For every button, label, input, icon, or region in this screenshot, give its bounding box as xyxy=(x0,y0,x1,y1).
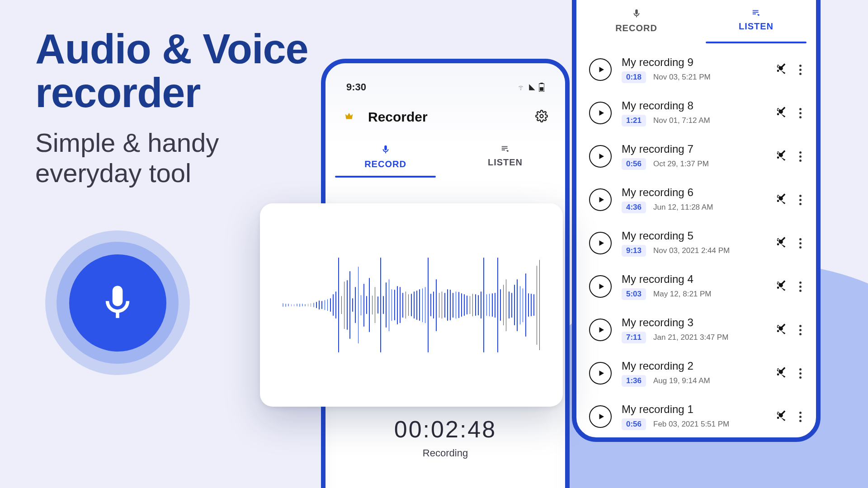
more-button[interactable] xyxy=(797,368,803,379)
play-icon xyxy=(597,325,605,334)
play-button[interactable] xyxy=(589,232,612,254)
tab-record[interactable]: RECORD xyxy=(576,1,696,43)
waveform-bar xyxy=(283,303,283,307)
more-button[interactable] xyxy=(797,195,803,205)
waveform-bar xyxy=(450,290,451,320)
crown-icon[interactable] xyxy=(343,111,355,123)
trim-button[interactable] xyxy=(775,323,788,337)
hero-title: Audio & Voice recorder xyxy=(35,27,308,114)
waveform-bar xyxy=(483,258,484,352)
waveform-bar xyxy=(436,279,437,331)
recording-item[interactable]: My recording 9 0:18 Nov 03, 5:21 PM xyxy=(587,48,805,91)
recording-title: My recording 3 xyxy=(622,316,765,329)
play-icon xyxy=(597,239,605,248)
waveform-bar xyxy=(386,282,387,328)
play-button[interactable] xyxy=(589,145,612,168)
more-button[interactable] xyxy=(797,108,803,118)
waveform-bar xyxy=(375,287,376,323)
more-button[interactable] xyxy=(797,151,803,162)
tab-record[interactable]: RECORD xyxy=(326,137,445,178)
waveform-bar xyxy=(497,258,498,352)
recording-item[interactable]: My recording 6 4:36 Jun 12, 11:28 AM xyxy=(587,178,805,221)
waveform-bar xyxy=(470,296,471,314)
microphone-icon xyxy=(97,278,138,328)
tab-listen[interactable]: LISTEN xyxy=(445,137,565,178)
waveform-bar xyxy=(492,293,493,317)
battery-icon xyxy=(539,83,544,92)
play-button[interactable] xyxy=(589,102,612,124)
waveform-bar xyxy=(330,298,331,312)
more-button[interactable] xyxy=(797,325,803,335)
recording-item[interactable]: My recording 1 0:56 Feb 03, 2021 5:51 PM xyxy=(587,395,805,438)
play-icon xyxy=(597,152,605,161)
recording-item[interactable]: My recording 4 5:03 May 12, 8:21 PM xyxy=(587,265,805,308)
waveform-bar xyxy=(341,296,342,314)
hero-subtitle: Simple & handy everyday tool xyxy=(35,128,308,188)
waveform-bar xyxy=(294,304,295,306)
play-button[interactable] xyxy=(589,319,612,341)
recording-status: Recording xyxy=(326,447,565,459)
waveform-bar xyxy=(344,282,345,329)
waveform-bar xyxy=(475,294,476,316)
waveform-bar xyxy=(297,304,297,306)
waveform-bar xyxy=(355,287,356,323)
trim-button[interactable] xyxy=(775,279,788,294)
waveform-bar xyxy=(517,279,518,331)
recording-date: May 12, 8:21 PM xyxy=(653,290,712,299)
waveform-bar xyxy=(406,291,406,319)
recording-item[interactable]: My recording 7 0:56 Oct 29, 1:37 PM xyxy=(587,135,805,178)
recording-item[interactable]: My recording 3 7:11 Jan 21, 2021 3:47 PM xyxy=(587,308,805,352)
microphone-icon xyxy=(632,8,642,19)
tab-bar: RECORD LISTEN xyxy=(576,0,816,43)
trim-button[interactable] xyxy=(775,409,788,424)
recording-date: Nov 01, 7:12 AM xyxy=(653,116,710,125)
waveform-bar xyxy=(416,291,417,320)
play-icon xyxy=(597,369,605,378)
waveform-bar xyxy=(439,293,440,318)
more-button[interactable] xyxy=(797,282,803,292)
more-button[interactable] xyxy=(797,65,803,75)
waveform-bar xyxy=(503,285,504,325)
waveform-bar xyxy=(523,288,524,322)
trim-button[interactable] xyxy=(775,192,788,207)
waveform-bar xyxy=(525,273,526,337)
waveform-bar xyxy=(514,285,515,325)
waveform-bar xyxy=(335,291,336,319)
recording-item[interactable]: My recording 5 9:13 Nov 03, 2021 2:44 PM xyxy=(587,221,805,265)
settings-button[interactable] xyxy=(535,110,548,124)
recording-item[interactable]: My recording 8 1:21 Nov 01, 7:12 AM xyxy=(587,91,805,135)
recording-date: Feb 03, 2021 5:51 PM xyxy=(653,420,729,429)
recording-duration: 4:36 xyxy=(622,202,646,213)
play-button[interactable] xyxy=(589,58,612,81)
waveform-bar xyxy=(489,294,490,316)
trim-button[interactable] xyxy=(775,366,788,380)
waveform-bar xyxy=(321,301,322,309)
scissors-icon xyxy=(775,366,788,379)
waveform-bar xyxy=(288,304,289,306)
play-button[interactable] xyxy=(589,188,612,211)
play-button[interactable] xyxy=(589,405,612,428)
play-icon xyxy=(597,65,605,74)
recording-item[interactable]: My recording 2 1:36 Aug 19, 9:14 AM xyxy=(587,352,805,395)
trim-button[interactable] xyxy=(775,62,788,77)
waveform-bar xyxy=(380,258,381,352)
hero-section: Audio & Voice recorder Simple & handy ev… xyxy=(35,27,308,188)
play-button[interactable] xyxy=(589,275,612,298)
waveform-bar xyxy=(533,294,534,316)
recording-title: My recording 4 xyxy=(622,273,765,286)
tab-listen[interactable]: LISTEN xyxy=(696,1,816,43)
recording-duration: 0:56 xyxy=(622,158,646,170)
waveform-bar xyxy=(411,294,412,316)
trim-button[interactable] xyxy=(775,149,788,164)
scissors-icon xyxy=(775,409,788,422)
waveform-bar xyxy=(481,291,481,319)
waveform-bar xyxy=(402,293,403,318)
trim-button[interactable] xyxy=(775,236,788,250)
more-button[interactable] xyxy=(797,238,803,249)
waveform-bar xyxy=(319,300,320,310)
more-button[interactable] xyxy=(797,412,803,422)
waveform-bar xyxy=(472,294,473,316)
waveform-bar xyxy=(422,288,423,322)
play-button[interactable] xyxy=(589,362,612,385)
trim-button[interactable] xyxy=(775,106,788,120)
